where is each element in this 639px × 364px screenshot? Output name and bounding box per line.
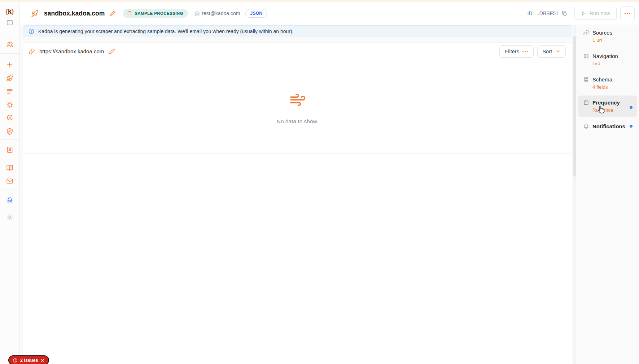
ellipsis-icon (522, 51, 529, 52)
at-sign-icon: @ (194, 10, 200, 17)
header: sandbox.kadoa.com SAMPLE PROCESSING @ te… (20, 2, 639, 25)
source-url: https://sandbox.kadoa.com (39, 48, 104, 54)
notification-dot (630, 125, 633, 128)
globe-icon (583, 53, 589, 59)
chevron-down-icon (555, 49, 561, 54)
close-icon[interactable] (40, 358, 45, 363)
history-clock-icon[interactable] (6, 114, 14, 122)
theme-sun-icon[interactable] (6, 214, 13, 221)
docs-book-icon[interactable] (6, 164, 14, 172)
info-icon (28, 28, 35, 35)
scrollbar-thumb[interactable] (573, 36, 576, 177)
panel-item-schema[interactable]: Schema 4 fields (578, 76, 637, 90)
link-icon (583, 30, 589, 36)
id-card-icon[interactable] (6, 146, 14, 154)
filters-button[interactable]: Filters (499, 45, 534, 58)
app-logo[interactable]: {k} (5, 8, 14, 15)
workflow-summary-panel: Sources 1 url Navigation List Schema 4 f… (578, 0, 637, 364)
issues-badge[interactable]: 2 Issues (8, 355, 49, 364)
empty-state: No data to show. (23, 92, 572, 125)
link-icon (29, 48, 35, 55)
users-icon[interactable] (6, 41, 14, 48)
workflow-id: ID: ...DBBF51 (527, 10, 567, 16)
settings-gear-icon[interactable] (6, 101, 14, 108)
copy-icon[interactable] (561, 10, 567, 16)
spinner-icon (127, 11, 132, 15)
url-toolbar: https://sandbox.kadoa.com Filters Sort (23, 43, 572, 60)
shield-check-icon[interactable] (6, 128, 14, 135)
panel-item-notifications[interactable]: Notifications (578, 123, 637, 129)
panel-toggle-icon[interactable] (6, 19, 13, 26)
panel-item-frequency[interactable]: Frequency Run once (578, 99, 637, 113)
left-icon-rail: {k} (0, 3, 20, 364)
frequency-value: Run once (592, 107, 632, 113)
workflow-list-icon[interactable] (6, 88, 13, 95)
sources-value: 1 url (592, 37, 632, 43)
alert-circle-icon (13, 358, 18, 363)
info-banner: Kadoa is generating your scraper and ext… (23, 25, 572, 37)
schema-value: 4 fields (592, 84, 632, 90)
banner-message: Kadoa is generating your scraper and ext… (38, 28, 293, 34)
navigation-value: List (592, 61, 632, 66)
wind-icon (289, 92, 306, 108)
page-title: sandbox.kadoa.com (44, 10, 105, 17)
panel-item-navigation[interactable]: Navigation List (578, 53, 637, 66)
incognito-icon[interactable] (6, 196, 14, 204)
divider (23, 153, 572, 154)
rocket-icon (31, 10, 39, 17)
edit-title-icon[interactable] (109, 10, 115, 17)
bell-icon (583, 123, 589, 129)
mail-icon[interactable] (6, 177, 14, 185)
sort-button[interactable]: Sort (537, 45, 566, 58)
data-preview-card: https://sandbox.kadoa.com Filters Sort N… (23, 43, 572, 364)
add-workflow-icon[interactable] (6, 61, 14, 68)
edit-url-icon[interactable] (109, 48, 115, 54)
status-badge: SAMPLE PROCESSING (123, 9, 188, 18)
notification-dot (630, 106, 633, 109)
rows-icon (583, 76, 589, 83)
empty-message: No data to show. (23, 118, 572, 125)
rocket-icon[interactable] (6, 74, 14, 82)
account-email: @ test@kadoa.com (194, 10, 240, 17)
panel-item-sources[interactable]: Sources 1 url (578, 30, 637, 43)
format-badge: JSON (245, 9, 267, 18)
calendar-icon (583, 99, 589, 106)
